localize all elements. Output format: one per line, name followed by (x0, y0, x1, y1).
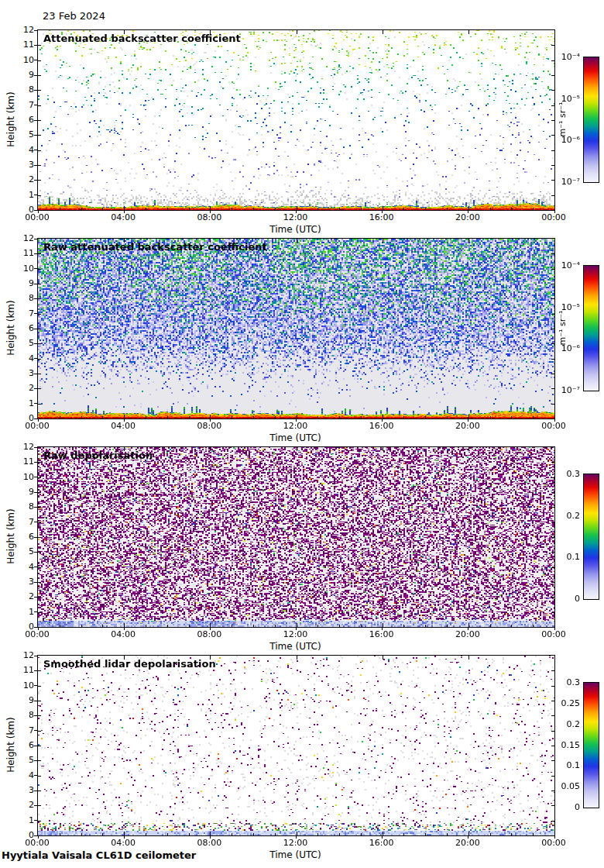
height-tick-label: 5 (11, 755, 34, 765)
time-tick-label: 00:00 (25, 629, 50, 639)
time-tick-label: 20:00 (455, 629, 480, 639)
height-major-tick (34, 180, 37, 181)
time-tick-label: 16:00 (369, 212, 394, 222)
colorbar-tick-label: 0.05 (549, 781, 580, 791)
time-tick-label: 00:00 (25, 421, 50, 431)
panel-4: Height (km)0123456789101112Smoothed lida… (0, 655, 604, 863)
time-tick-label: 08:00 (197, 838, 221, 848)
colorbar-tick-label: 0.3 (549, 469, 580, 479)
colorbar-tick-label: 0.15 (549, 739, 580, 749)
colorbar (583, 57, 599, 183)
height-tick-label: 6 (11, 115, 34, 125)
height-tick-label: 2 (11, 591, 34, 601)
height-major-tick (34, 343, 37, 344)
time-tick-label: 00:00 (25, 212, 50, 222)
height-major-tick (34, 418, 37, 419)
height-tick-label: 11 (11, 456, 34, 467)
height-major-tick (34, 775, 37, 776)
height-major-tick (34, 730, 37, 731)
time-tick-label: 12:00 (283, 212, 308, 222)
height-tick-label: 10 (11, 680, 34, 690)
height-tick-label: 11 (11, 40, 34, 50)
time-tick-label: 12:00 (283, 629, 308, 639)
height-major-tick (34, 388, 37, 389)
colorbar-unit-label: m⁻¹ sr⁻¹ (558, 102, 568, 136)
panel-title: Raw depolarisation (43, 450, 153, 461)
height-major-tick (34, 60, 37, 60)
height-major-tick (34, 75, 37, 76)
height-major-tick (34, 313, 37, 314)
panel-2: Height (km)0123456789101112Raw attenuate… (0, 238, 604, 446)
height-tick-label: 1 (11, 189, 34, 199)
colorbar (583, 265, 599, 391)
height-major-tick (34, 835, 37, 836)
time-tick-label: 00:00 (541, 212, 566, 222)
height-major-tick (34, 210, 37, 211)
height-tick-label: 12 (11, 25, 34, 35)
height-tick-label: 9 (11, 278, 34, 288)
height-major-tick (34, 462, 37, 463)
height-tick-label: 4 (11, 561, 34, 571)
height-major-tick (34, 45, 37, 46)
colorbar-tick-label: 10⁻⁷ (549, 177, 580, 187)
panel-title: Raw attenuated backscatter coefficient (43, 241, 267, 253)
height-tick-label: 9 (11, 70, 34, 80)
height-tick-label: 5 (11, 546, 34, 556)
height-tick-label: 1 (11, 398, 34, 408)
height-major-tick (34, 135, 37, 136)
height-tick-label: 3 (11, 368, 34, 378)
height-major-tick (34, 105, 37, 105)
time-tick-label: 00:00 (541, 838, 566, 848)
time-tick-label: 04:00 (111, 421, 136, 431)
height-tick-label: 10 (11, 54, 34, 64)
time-tick-label: 04:00 (111, 629, 136, 639)
height-major-tick (34, 165, 37, 166)
height-tick-label: 12 (11, 650, 34, 660)
height-major-tick (34, 195, 37, 195)
colorbar-tick-label: 0.25 (549, 698, 580, 708)
height-tick-label: 7 (11, 516, 34, 526)
plot-area: Raw attenuated backscatter coefficient (37, 238, 555, 419)
height-tick-label: 3 (11, 160, 34, 170)
height-major-tick (34, 492, 37, 493)
colorbar-tick-label: 10⁻⁴ (549, 52, 580, 62)
height-major-tick (34, 30, 37, 31)
height-major-tick (34, 298, 37, 299)
height-major-tick (34, 715, 37, 716)
plot-area: Smoothed lidar depolarisation (37, 655, 555, 836)
height-tick-label: 8 (11, 710, 34, 720)
height-tick-label: 6 (11, 323, 34, 333)
height-major-tick (34, 284, 37, 284)
colorbar-tick-label: 10⁻⁷ (549, 385, 580, 395)
height-major-tick (34, 253, 37, 254)
time-tick-label: 16:00 (369, 421, 394, 431)
colorbar-unit-label: m⁻¹ sr⁻¹ (558, 310, 568, 345)
panel-title: Smoothed lidar depolarisation (43, 658, 216, 670)
time-tick-label: 16:00 (369, 838, 394, 848)
height-tick-label: 11 (11, 665, 34, 675)
height-tick-label: 3 (11, 577, 34, 587)
time-axis-label: Time (UTC) (269, 849, 321, 860)
height-tick-label: 1 (11, 606, 34, 616)
time-tick-label: 00:00 (25, 838, 50, 848)
plot-area: Attenuated backscatter coefficient (37, 29, 555, 211)
height-tick-label: 6 (11, 532, 34, 542)
height-tick-label: 2 (11, 383, 34, 393)
time-tick-label: 20:00 (455, 838, 480, 848)
height-major-tick (34, 685, 37, 686)
height-major-tick (34, 611, 37, 612)
height-tick-label: 4 (11, 144, 34, 154)
panel-4-noise-canvas (38, 656, 554, 835)
height-major-tick (34, 760, 37, 761)
time-tick-label: 04:00 (111, 838, 136, 848)
height-tick-label: 11 (11, 248, 34, 258)
height-major-tick (34, 582, 37, 583)
height-major-tick (34, 90, 37, 91)
ceilometer-quicklook-page: { "page": { "date_label": "23 Feb 2024",… (0, 0, 604, 868)
height-major-tick (34, 567, 37, 567)
height-tick-label: 8 (11, 84, 34, 95)
height-major-tick (34, 670, 37, 671)
height-tick-label: 4 (11, 770, 34, 780)
height-major-tick (34, 820, 37, 821)
height-tick-label: 6 (11, 740, 34, 750)
